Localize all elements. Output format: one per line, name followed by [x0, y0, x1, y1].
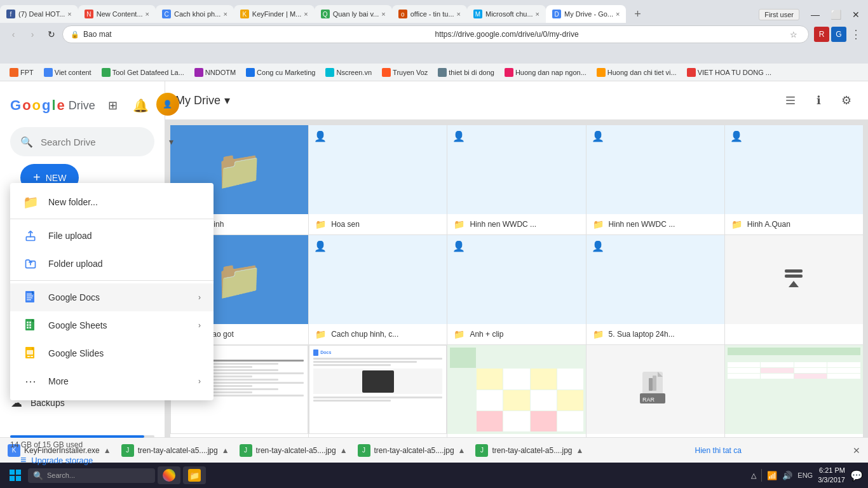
bookmark-viet-content-favicon [44, 68, 53, 77]
tab-3[interactable]: C Cach khoi ph... × [156, 5, 234, 23]
bookmark-fpt[interactable]: FPT [5, 67, 38, 78]
tab-6-close[interactable]: × [457, 10, 461, 18]
shared-icon-cach-chup: 👤 [314, 240, 327, 252]
taskbar-explorer[interactable]: 📁 [183, 466, 206, 484]
reload-button[interactable]: ↻ [43, 26, 60, 43]
back-button[interactable]: ‹ [5, 26, 22, 43]
folder-type-icon-4: 📁 [593, 219, 604, 229]
file-info-empty [725, 324, 863, 334]
download-item-5[interactable]: J tren-tay-alcatel-a5....jpg ▲ [475, 444, 583, 457]
file-info-vhoanghac: 📊 vhoanghac@gma... [725, 434, 863, 437]
notifications-center-icon[interactable]: 💬 [850, 470, 863, 482]
info-button[interactable]: ℹ [807, 89, 830, 112]
tab-7[interactable]: M Microsoft chu... × [467, 5, 546, 23]
tab-3-close[interactable]: × [223, 10, 227, 18]
file-card-hoa-sen[interactable]: 👤 📁 Hoa sen [309, 125, 447, 234]
file-card-empty[interactable] [725, 235, 863, 344]
file-card-hinh-nen-wwdc-1[interactable]: 👤 📁 Hinh nen WWDC ... [447, 125, 585, 234]
file-thumb-vua-qua-apple: Docs [309, 345, 447, 434]
bookmark-cong-cu[interactable]: Cong cu Marketing [241, 67, 320, 78]
bookmark-huong-dan-nap[interactable]: Huong dan nap ngon... [500, 67, 591, 78]
tab-6[interactable]: o office - tin tu... × [392, 5, 467, 23]
file-card-vhoanghac[interactable]: 📊 vhoanghac@gma... [725, 345, 863, 437]
tab-8[interactable]: D My Drive - Go... × [546, 5, 626, 23]
apps-grid-icon[interactable]: ⊞ [100, 93, 126, 118]
new-folder-label: New folder... [48, 197, 201, 207]
menu-item-google-docs[interactable]: Google Docs › [10, 283, 214, 311]
download-item-3[interactable]: J tren-tay-alcatel-a5....jpg ▲ [240, 444, 348, 457]
file-card-hinh-a-quan[interactable]: 👤 📁 Hinh A.Quan [725, 125, 863, 234]
address-input[interactable]: 🔒 Bao mat https://drive.google.com/drive… [62, 25, 809, 43]
maximize-button[interactable]: ⬜ [827, 6, 844, 23]
download-chevron-4: ▲ [458, 446, 466, 455]
forward-button[interactable]: › [24, 26, 41, 43]
new-tab-button[interactable]: + [628, 5, 646, 23]
bookmark-nscreen[interactable]: Nscreen.vn [321, 67, 376, 78]
bookmark-huong-dan-chi-tiet[interactable]: Huong dan chi tiet vi... [592, 67, 681, 78]
bookmark-viet-hoa[interactable]: VIET HOA TU DONG ... [682, 67, 776, 78]
menu-item-file-upload[interactable]: File upload [10, 222, 214, 250]
download-item-4[interactable]: J tren-tay-alcatel-a5....jpg ▲ [358, 444, 466, 457]
tab-5-close[interactable]: × [381, 10, 385, 18]
tab-5[interactable]: Q Quan ly bai v... × [315, 5, 392, 23]
list-view-button[interactable] [779, 89, 802, 112]
bookmark-cong-cu-label: Cong cu Marketing [257, 69, 315, 76]
bookmark-viet-content[interactable]: Viet content [39, 67, 96, 78]
user-avatar[interactable]: 👤 [156, 93, 179, 116]
bookmark-truyen-voz[interactable]: Truyen Voz [377, 67, 432, 78]
tab-2[interactable]: N New Content... × [78, 5, 156, 23]
bookmark-nndotm[interactable]: NNDOTM [190, 67, 240, 78]
file-card-sua-laptop[interactable]: 👤 📁 5. Sua laptop 24h... [587, 235, 724, 344]
download-chevron-2: ▲ [222, 446, 229, 455]
file-card-hinh-nen-wwdc-2[interactable]: 👤 📁 Hinh nen WWDC ... [587, 125, 724, 234]
tab-4-close[interactable]: × [304, 10, 308, 18]
tab-8-close[interactable]: × [616, 10, 620, 18]
tab-1-close[interactable]: × [67, 10, 71, 18]
show-all-button[interactable]: Hien thi tat ca [695, 446, 742, 455]
notifications-icon[interactable]: 🔔 [128, 93, 154, 118]
google-sheets-arrow-icon: › [198, 321, 201, 330]
svg-rect-0 [26, 237, 34, 241]
chrome-menu-button[interactable]: ⋮ [849, 27, 863, 41]
file-info-hinh-nen-1: 📁 Hinh nen WWDC ... [447, 214, 585, 234]
tab-1[interactable]: f (7) Deal HOT... × [0, 5, 78, 23]
rar-icon: RAR [640, 370, 670, 409]
close-button[interactable]: ✕ [848, 6, 864, 23]
tab-4[interactable]: K KeyFinder | M... × [234, 5, 315, 23]
svg-rect-9 [27, 324, 29, 326]
chevron-up-icon[interactable]: △ [751, 471, 756, 480]
bookmark-star[interactable]: ☆ [787, 27, 801, 41]
menu-item-folder-upload[interactable]: Folder upload [10, 250, 214, 278]
download-icon [778, 264, 809, 295]
file-card-cach-chup[interactable]: 👤 📁 Cach chup hinh, c... [309, 235, 447, 344]
bookmark-thiet-bi[interactable]: thiet bi di dong [433, 67, 499, 78]
file-card-vinacafe-rar[interactable]: RAR 📦 Vinacafe.rar [587, 345, 724, 437]
tab-2-close[interactable]: × [146, 10, 149, 18]
tab-7-close[interactable]: × [536, 10, 539, 18]
menu-item-new-folder[interactable]: 📁 New folder... [10, 188, 214, 216]
menu-item-google-slides[interactable]: Google Slides [10, 339, 214, 367]
ext-icon-1[interactable]: R [814, 27, 829, 42]
google-sheets-icon [23, 318, 38, 333]
file-card-vua-qua-apple[interactable]: Docs 📄 Vua qua Apple la... [309, 345, 447, 437]
taskbar-time-date: 6:21 PM 3/3/2017 [818, 466, 845, 485]
download-name-5: tren-tay-alcatel-a5....jpg [492, 446, 572, 455]
search-input[interactable] [41, 137, 161, 147]
file-card-vncf-forum[interactable]: 📊 VNCF_Forum See... [447, 345, 585, 437]
shared-icon-hinh-nen-2: 👤 [592, 130, 604, 142]
file-card-anh-clip[interactable]: 👤 📁 Anh + clip [447, 235, 585, 344]
upgrade-storage-button[interactable]: ≡ Upgrade storage [10, 449, 154, 471]
download-close-button[interactable]: ✕ [853, 445, 860, 456]
minimize-button[interactable]: — [807, 6, 824, 23]
address-text: https://drive.google.com/drive/u/0/my-dr… [435, 30, 783, 39]
bookmark-tool[interactable]: Tool Get Datafeed La... [97, 67, 189, 78]
menu-item-more[interactable]: ⋯ More › [10, 367, 214, 395]
settings-button[interactable]: ⚙ [835, 89, 858, 112]
file-info-hinh-a-quan: 📁 Hinh A.Quan [725, 214, 863, 234]
tab-4-title: KeyFinder | M... [252, 10, 301, 18]
more-label: More [48, 376, 188, 386]
ext-icon-2[interactable]: G [831, 27, 846, 42]
menu-item-google-sheets[interactable]: Google Sheets › [10, 311, 214, 339]
menu-divider-2 [10, 280, 214, 281]
chrome-icon [163, 469, 175, 482]
